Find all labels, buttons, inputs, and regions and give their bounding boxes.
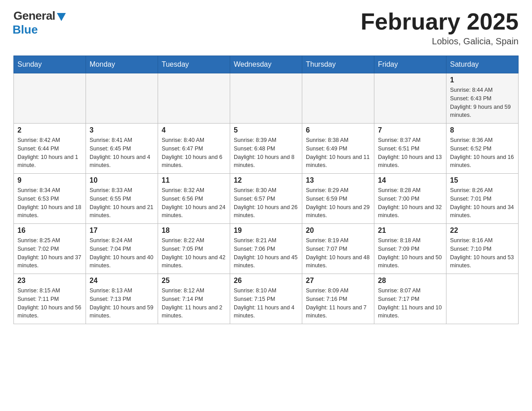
weekday-header-row: SundayMondayTuesdayWednesdayThursdayFrid…	[14, 56, 519, 73]
calendar-row: 1Sunrise: 8:44 AMSunset: 6:43 PMDaylight…	[14, 73, 519, 124]
calendar-cell: 5Sunrise: 8:39 AMSunset: 6:48 PMDaylight…	[230, 124, 302, 174]
location-subtitle: Lobios, Galicia, Spain	[360, 36, 519, 47]
calendar-cell: 21Sunrise: 8:18 AMSunset: 7:09 PMDayligh…	[374, 224, 446, 274]
calendar-cell: 26Sunrise: 8:10 AMSunset: 7:15 PMDayligh…	[230, 274, 302, 324]
day-number: 4	[162, 126, 226, 134]
calendar-cell	[446, 274, 519, 324]
day-number: 1	[450, 76, 515, 84]
day-number: 25	[162, 277, 226, 285]
page-header: General Blue February 2025 Lobios, Galic…	[13, 9, 519, 47]
day-number: 20	[306, 227, 370, 235]
logo-blue-text: Blue	[13, 23, 38, 37]
calendar-cell: 23Sunrise: 8:15 AMSunset: 7:11 PMDayligh…	[14, 274, 86, 324]
day-number: 14	[378, 176, 442, 184]
weekday-header-saturday: Saturday	[446, 56, 519, 73]
calendar-cell	[230, 73, 302, 124]
day-info: Sunrise: 8:24 AMSunset: 7:04 PMDaylight:…	[90, 236, 154, 270]
day-number: 10	[90, 176, 154, 184]
day-info: Sunrise: 8:19 AMSunset: 7:07 PMDaylight:…	[306, 236, 370, 270]
day-number: 9	[17, 176, 82, 184]
day-info: Sunrise: 8:10 AMSunset: 7:15 PMDaylight:…	[234, 287, 298, 320]
day-info: Sunrise: 8:09 AMSunset: 7:16 PMDaylight:…	[306, 287, 370, 320]
day-info: Sunrise: 8:33 AMSunset: 6:55 PMDaylight:…	[90, 186, 154, 220]
calendar-cell: 22Sunrise: 8:16 AMSunset: 7:10 PMDayligh…	[446, 224, 519, 274]
calendar-cell: 27Sunrise: 8:09 AMSunset: 7:16 PMDayligh…	[302, 274, 374, 324]
calendar-cell	[158, 73, 230, 124]
calendar-cell: 14Sunrise: 8:28 AMSunset: 7:00 PMDayligh…	[374, 174, 446, 224]
calendar-cell: 4Sunrise: 8:40 AMSunset: 6:47 PMDaylight…	[158, 124, 230, 174]
calendar-body: 1Sunrise: 8:44 AMSunset: 6:43 PMDaylight…	[14, 73, 519, 324]
day-info: Sunrise: 8:30 AMSunset: 6:57 PMDaylight:…	[234, 186, 298, 220]
day-number: 23	[17, 277, 82, 285]
day-number: 27	[306, 277, 370, 285]
calendar-row: 2Sunrise: 8:42 AMSunset: 6:44 PMDaylight…	[14, 124, 519, 174]
day-info: Sunrise: 8:22 AMSunset: 7:05 PMDaylight:…	[162, 236, 226, 270]
calendar-table: SundayMondayTuesdayWednesdayThursdayFrid…	[13, 56, 519, 324]
calendar-cell: 6Sunrise: 8:38 AMSunset: 6:49 PMDaylight…	[302, 124, 374, 174]
day-info: Sunrise: 8:36 AMSunset: 6:52 PMDaylight:…	[450, 136, 515, 170]
day-number: 21	[378, 227, 442, 235]
day-info: Sunrise: 8:38 AMSunset: 6:49 PMDaylight:…	[306, 136, 370, 170]
weekday-header-sunday: Sunday	[14, 56, 86, 73]
logo-triangle-icon	[57, 13, 66, 21]
day-number: 24	[90, 277, 154, 285]
calendar-cell: 25Sunrise: 8:12 AMSunset: 7:14 PMDayligh…	[158, 274, 230, 324]
weekday-header-monday: Monday	[86, 56, 158, 73]
day-info: Sunrise: 8:25 AMSunset: 7:02 PMDaylight:…	[17, 236, 82, 270]
calendar-header: SundayMondayTuesdayWednesdayThursdayFrid…	[14, 56, 519, 73]
calendar-cell: 19Sunrise: 8:21 AMSunset: 7:06 PMDayligh…	[230, 224, 302, 274]
title-section: February 2025 Lobios, Galicia, Spain	[360, 9, 519, 47]
day-number: 8	[450, 126, 515, 134]
calendar-row: 16Sunrise: 8:25 AMSunset: 7:02 PMDayligh…	[14, 224, 519, 274]
day-number: 19	[234, 227, 298, 235]
calendar-cell: 15Sunrise: 8:26 AMSunset: 7:01 PMDayligh…	[446, 174, 519, 224]
calendar-cell: 18Sunrise: 8:22 AMSunset: 7:05 PMDayligh…	[158, 224, 230, 274]
calendar-cell: 2Sunrise: 8:42 AMSunset: 6:44 PMDaylight…	[14, 124, 86, 174]
weekday-header-wednesday: Wednesday	[230, 56, 302, 73]
day-info: Sunrise: 8:12 AMSunset: 7:14 PMDaylight:…	[162, 287, 226, 320]
day-info: Sunrise: 8:41 AMSunset: 6:45 PMDaylight:…	[90, 136, 154, 170]
day-number: 17	[90, 227, 154, 235]
day-number: 12	[234, 176, 298, 184]
day-info: Sunrise: 8:28 AMSunset: 7:00 PMDaylight:…	[378, 186, 442, 220]
calendar-cell: 10Sunrise: 8:33 AMSunset: 6:55 PMDayligh…	[86, 174, 158, 224]
calendar-cell: 9Sunrise: 8:34 AMSunset: 6:53 PMDaylight…	[14, 174, 86, 224]
day-number: 3	[90, 126, 154, 134]
day-info: Sunrise: 8:32 AMSunset: 6:56 PMDaylight:…	[162, 186, 226, 220]
day-info: Sunrise: 8:15 AMSunset: 7:11 PMDaylight:…	[17, 287, 82, 320]
calendar-cell: 8Sunrise: 8:36 AMSunset: 6:52 PMDaylight…	[446, 124, 519, 174]
day-info: Sunrise: 8:29 AMSunset: 6:59 PMDaylight:…	[306, 186, 370, 220]
day-number: 2	[17, 126, 82, 134]
day-info: Sunrise: 8:37 AMSunset: 6:51 PMDaylight:…	[378, 136, 442, 170]
day-info: Sunrise: 8:44 AMSunset: 6:43 PMDaylight:…	[450, 86, 515, 120]
day-number: 7	[378, 126, 442, 134]
calendar-cell: 12Sunrise: 8:30 AMSunset: 6:57 PMDayligh…	[230, 174, 302, 224]
month-title: February 2025	[360, 9, 519, 34]
calendar-cell: 1Sunrise: 8:44 AMSunset: 6:43 PMDaylight…	[446, 73, 519, 124]
day-number: 5	[234, 126, 298, 134]
calendar-row: 23Sunrise: 8:15 AMSunset: 7:11 PMDayligh…	[14, 274, 519, 324]
day-info: Sunrise: 8:21 AMSunset: 7:06 PMDaylight:…	[234, 236, 298, 270]
day-info: Sunrise: 8:16 AMSunset: 7:10 PMDaylight:…	[450, 236, 515, 270]
day-info: Sunrise: 8:07 AMSunset: 7:17 PMDaylight:…	[378, 287, 442, 320]
calendar-cell: 3Sunrise: 8:41 AMSunset: 6:45 PMDaylight…	[86, 124, 158, 174]
day-number: 18	[162, 227, 226, 235]
calendar-cell: 20Sunrise: 8:19 AMSunset: 7:07 PMDayligh…	[302, 224, 374, 274]
calendar-cell: 13Sunrise: 8:29 AMSunset: 6:59 PMDayligh…	[302, 174, 374, 224]
weekday-header-thursday: Thursday	[302, 56, 374, 73]
calendar-row: 9Sunrise: 8:34 AMSunset: 6:53 PMDaylight…	[14, 174, 519, 224]
logo: General Blue	[13, 9, 66, 37]
calendar-cell: 16Sunrise: 8:25 AMSunset: 7:02 PMDayligh…	[14, 224, 86, 274]
day-number: 11	[162, 176, 226, 184]
day-info: Sunrise: 8:39 AMSunset: 6:48 PMDaylight:…	[234, 136, 298, 170]
calendar-cell	[302, 73, 374, 124]
day-number: 13	[306, 176, 370, 184]
day-number: 16	[17, 227, 82, 235]
calendar-cell	[86, 73, 158, 124]
weekday-header-tuesday: Tuesday	[158, 56, 230, 73]
day-info: Sunrise: 8:42 AMSunset: 6:44 PMDaylight:…	[17, 136, 82, 170]
day-info: Sunrise: 8:26 AMSunset: 7:01 PMDaylight:…	[450, 186, 515, 220]
day-number: 15	[450, 176, 515, 184]
day-info: Sunrise: 8:13 AMSunset: 7:13 PMDaylight:…	[90, 287, 154, 320]
day-info: Sunrise: 8:40 AMSunset: 6:47 PMDaylight:…	[162, 136, 226, 170]
